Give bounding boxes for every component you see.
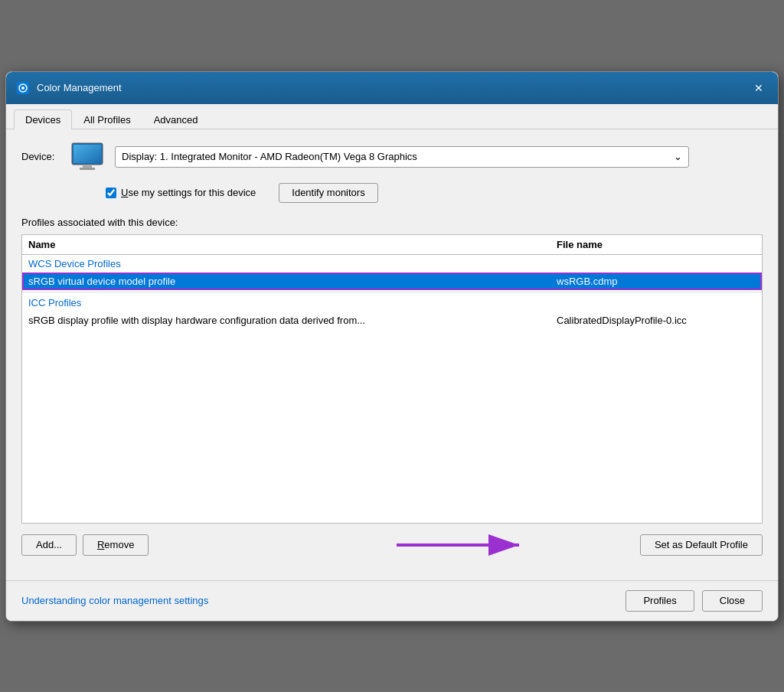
title-bar-left: Color Management <box>15 80 122 96</box>
svg-rect-6 <box>83 165 92 168</box>
device-label: Device: <box>21 151 60 162</box>
set-default-button[interactable]: Set as Default Profile <box>640 534 763 556</box>
close-button[interactable]: Close <box>702 590 763 612</box>
identify-monitors-button[interactable]: Identify monitors <box>279 183 377 203</box>
action-bar: Add... Remove Set as Default Profile <box>21 534 763 556</box>
tab-devices[interactable]: Devices <box>14 109 72 129</box>
tab-advanced[interactable]: Advanced <box>142 109 210 129</box>
add-button-label: Add... <box>36 539 62 550</box>
add-button[interactable]: Add... <box>21 534 77 556</box>
col-name-header: Name <box>28 239 557 250</box>
device-row: Device: Display: 1. <box>21 142 763 172</box>
svg-rect-7 <box>80 168 95 170</box>
bottom-right: Profiles Close <box>626 590 763 612</box>
window-title: Color Management <box>37 82 122 93</box>
group-separator <box>22 292 762 292</box>
app-icon <box>15 80 31 96</box>
title-bar: Color Management ✕ <box>6 72 778 104</box>
use-settings-label: Use my settings for this device <box>121 187 256 198</box>
profiles-button[interactable]: Profiles <box>626 590 694 612</box>
svg-rect-5 <box>74 145 101 163</box>
row-wcs-name: sRGB virtual device model profile <box>28 276 557 287</box>
color-management-window: Color Management ✕ Devices All Profiles … <box>5 71 779 622</box>
profiles-table: Name File name WCS Device Profiles sRGB … <box>21 234 763 524</box>
tab-all-profiles[interactable]: All Profiles <box>72 109 142 129</box>
svg-point-2 <box>21 86 24 90</box>
row-icc-name: sRGB display profile with display hardwa… <box>28 315 557 326</box>
row-icc-filename: CalibratedDisplayProfile-0.icc <box>557 315 756 326</box>
profiles-section-label: Profiles associated with this device: <box>21 217 763 228</box>
table-row[interactable]: sRGB display profile with display hardwa… <box>22 312 762 329</box>
use-settings-checkbox-label: Use my settings for this device <box>106 187 256 198</box>
device-dropdown[interactable]: Display: 1. Integrated Monitor - AMD Rad… <box>115 146 689 168</box>
table-body: WCS Device Profiles sRGB virtual device … <box>22 255 762 523</box>
use-settings-checkbox[interactable] <box>106 188 116 198</box>
tab-bar: Devices All Profiles Advanced <box>6 104 778 129</box>
remove-button-label: Remove <box>97 539 134 550</box>
bottom-bar: Understanding color management settings … <box>6 580 778 621</box>
remove-button[interactable]: Remove <box>83 534 149 556</box>
dropdown-chevron-icon: ⌄ <box>674 151 682 162</box>
close-window-button[interactable]: ✕ <box>749 78 769 98</box>
help-link[interactable]: Understanding color management settings <box>21 595 208 606</box>
main-content: Device: Display: 1. <box>6 129 778 580</box>
table-row[interactable]: sRGB virtual device model profile wsRGB.… <box>22 273 762 290</box>
col-filename-header: File name <box>557 239 756 250</box>
icc-group-label: ICC Profiles <box>22 294 762 312</box>
row-wcs-filename: wsRGB.cdmp <box>557 276 756 287</box>
table-header: Name File name <box>22 235 762 255</box>
arrow-graphic <box>389 530 542 560</box>
wcs-group-label: WCS Device Profiles <box>22 255 762 273</box>
device-dropdown-value: Display: 1. Integrated Monitor - AMD Rad… <box>122 151 417 162</box>
monitor-icon <box>69 142 106 172</box>
checkbox-row: Use my settings for this device Identify… <box>106 183 763 203</box>
